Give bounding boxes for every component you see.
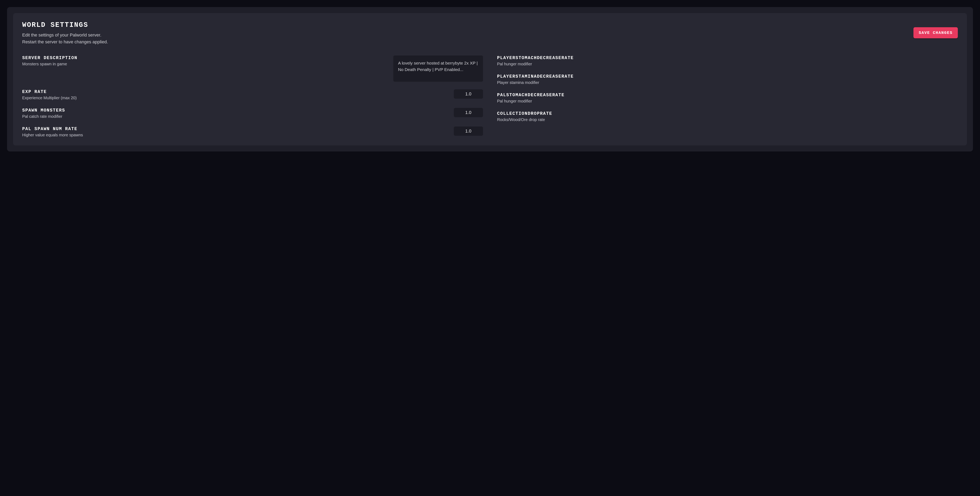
setting-name: PLAYERSTOMACHDECREASERATE	[497, 56, 958, 60]
setting-spawn-monsters: SPAWN MONSTERS Pal catch rate modifier	[22, 108, 483, 119]
setting-label-block: PLAYERSTOMACHDECREASERATE Pal hunger mod…	[497, 56, 958, 66]
setting-name: PAL SPAWN NUM RATE	[22, 126, 448, 132]
setting-desc: Pal catch rate modifier	[22, 114, 448, 119]
right-column: PLAYERSTOMACHDECREASERATE Pal hunger mod…	[497, 56, 958, 137]
server-description-input[interactable]	[393, 56, 483, 82]
header-row: WORLD SETTINGS Edit the settings of your…	[22, 21, 958, 45]
setting-pal-spawn-num-rate: PAL SPAWN NUM RATE Higher value equals m…	[22, 126, 483, 137]
setting-name: PALSTOMACHDECREASERATE	[497, 92, 958, 98]
setting-desc: Player stamina modifier	[497, 80, 958, 85]
setting-desc: Monsters spawn in game	[22, 62, 387, 66]
setting-label-block: COLLECTIONDROPRATE Rocks/Wood/Ore drop r…	[497, 111, 958, 122]
left-column: SERVER DESCRIPTION Monsters spawn in gam…	[22, 56, 483, 137]
setting-player-stomach-decrease-rate: PLAYERSTOMACHDECREASERATE Pal hunger mod…	[497, 56, 958, 66]
setting-desc: Experience Multiplier (max 20)	[22, 95, 448, 100]
page-title: WORLD SETTINGS	[22, 21, 913, 29]
subtitle-line-2: Restart the server to have changes appli…	[22, 39, 108, 45]
setting-label-block: PALSTOMACHDECREASERATE Pal hunger modifi…	[497, 92, 958, 103]
subtitle-line-1: Edit the settings of your Palworld serve…	[22, 32, 102, 38]
setting-label-block: SERVER DESCRIPTION Monsters spawn in gam…	[22, 56, 387, 66]
inner-panel: WORLD SETTINGS Edit the settings of your…	[13, 13, 967, 145]
setting-label-block: SPAWN MONSTERS Pal catch rate modifier	[22, 108, 448, 119]
setting-label-block: EXP RATE Experience Multiplier (max 20)	[22, 89, 448, 100]
setting-server-description: SERVER DESCRIPTION Monsters spawn in gam…	[22, 56, 483, 82]
setting-player-stamina-decrease-rate: PLAYERSTAMINADECREASERATE Player stamina…	[497, 74, 958, 85]
setting-name: EXP RATE	[22, 89, 448, 94]
exp-rate-input[interactable]	[454, 89, 483, 99]
setting-name: COLLECTIONDROPRATE	[497, 111, 958, 116]
setting-label-block: PAL SPAWN NUM RATE Higher value equals m…	[22, 126, 448, 137]
settings-grid: SERVER DESCRIPTION Monsters spawn in gam…	[22, 56, 958, 137]
setting-name: PLAYERSTAMINADECREASERATE	[497, 74, 958, 79]
page-subtitle: Edit the settings of your Palworld serve…	[22, 32, 913, 45]
setting-desc: Pal hunger modifier	[497, 62, 958, 66]
setting-desc: Pal hunger modifier	[497, 99, 958, 103]
setting-desc: Rocks/Wood/Ore drop rate	[497, 118, 958, 122]
save-changes-button[interactable]: SAVE CHANGES	[913, 27, 958, 38]
setting-exp-rate: EXP RATE Experience Multiplier (max 20)	[22, 89, 483, 100]
setting-label-block: PLAYERSTAMINADECREASERATE Player stamina…	[497, 74, 958, 85]
pal-spawn-num-rate-input[interactable]	[454, 126, 483, 136]
title-block: WORLD SETTINGS Edit the settings of your…	[22, 21, 913, 45]
setting-pal-stomach-decrease-rate: PALSTOMACHDECREASERATE Pal hunger modifi…	[497, 92, 958, 103]
setting-name: SERVER DESCRIPTION	[22, 56, 387, 60]
setting-collection-drop-rate: COLLECTIONDROPRATE Rocks/Wood/Ore drop r…	[497, 111, 958, 122]
spawn-monsters-input[interactable]	[454, 108, 483, 117]
setting-desc: Higher value equals more spawns	[22, 133, 448, 137]
setting-name: SPAWN MONSTERS	[22, 108, 448, 113]
outer-panel: WORLD SETTINGS Edit the settings of your…	[7, 7, 973, 151]
